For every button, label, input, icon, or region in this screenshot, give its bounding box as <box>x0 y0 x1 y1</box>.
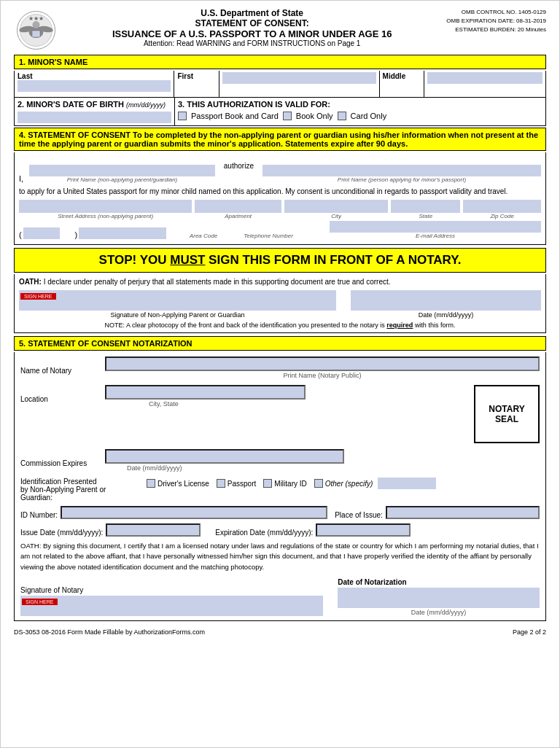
apartment-input[interactable] <box>195 200 281 213</box>
card-only-label: Card Only <box>351 112 387 120</box>
id-number-label: ID Number: <box>20 511 58 519</box>
street-label: Street Address (non-applying parent) <box>19 213 192 219</box>
expiration-date-label: Expiration Date (mm/dd/yyyy): <box>215 529 313 537</box>
print-name-1-input[interactable] <box>29 165 215 176</box>
notary-name-row: Name of Notary Print Name (Notary Public… <box>20 357 540 379</box>
section5-title: 5. STATEMENT OF CONSENT NOTARIZATION <box>19 339 192 348</box>
oath2-text: OATH: By signing this document, I certif… <box>20 541 540 572</box>
id-presented-label: Identification Presented by Non-Applying… <box>20 478 141 502</box>
last-name-input[interactable] <box>18 80 171 92</box>
i-label: I, <box>19 174 23 183</box>
section4-header: 4. STATEMENT OF CONSENT To be completed … <box>14 128 546 151</box>
state-label: State <box>391 213 460 219</box>
passport-label: Passport <box>228 480 256 488</box>
note-required: required <box>386 322 413 329</box>
apply-text: to apply for a United States passport fo… <box>19 187 541 195</box>
location-row: Location City, State NOTARYSEAL <box>20 385 540 443</box>
signature-of-notary-label: Signature of Notary <box>20 586 323 594</box>
issue-date-input[interactable] <box>106 523 201 537</box>
header-seal: ★★★ <box>14 8 58 52</box>
sign-here-btn-1[interactable]: SIGN HERE <box>20 293 56 300</box>
phone-number-label: Telephone Number <box>225 233 312 239</box>
middle-name-input[interactable] <box>427 72 542 84</box>
commission-date-format: Date (mm/dd/yyyy) <box>127 464 540 472</box>
oath-content: I declare under penalty of perjury that … <box>44 278 391 286</box>
section2-3-container: 2. MINOR'S DATE OF BIRTH (mm/dd/yyyy) 3.… <box>14 98 546 126</box>
city-label: City <box>284 213 388 219</box>
paren-left: ( <box>19 230 22 239</box>
omb-expiration: OMB EXPIRATION DATE: 08-31-2019 <box>446 17 546 26</box>
section2-title: 2. MINOR'S DATE OF BIRTH <box>18 100 124 109</box>
oath-section: OATH: I declare under penalty of perjury… <box>14 274 546 333</box>
section3: 3. THIS AUTHORIZATION IS VALID FOR: Pass… <box>175 98 545 125</box>
signature-row: SIGN HERE Signature of Non-Applying Pare… <box>19 290 541 319</box>
id-presented-section: Identification Presented by Non-Applying… <box>20 478 540 502</box>
issuance-title: ISSUANCE OF A U.S. PASSPORT TO A MINOR U… <box>65 28 439 39</box>
other-checkbox[interactable] <box>314 479 323 488</box>
print-name-2-input[interactable] <box>262 165 541 176</box>
notary-name-input[interactable] <box>105 357 540 371</box>
eagle-seal-icon: ★★★ <box>16 10 56 50</box>
first-name-input[interactable] <box>222 72 376 84</box>
svg-point-5 <box>32 21 39 28</box>
section2: 2. MINOR'S DATE OF BIRTH (mm/dd/yyyy) <box>15 98 175 125</box>
phone-input[interactable] <box>79 227 166 239</box>
other-item: Other (specify) <box>314 478 437 489</box>
notarization-date-input[interactable] <box>338 588 540 608</box>
drivers-license-checkbox[interactable] <box>147 479 155 488</box>
address-row: Street Address (non-applying parent) Apa… <box>19 200 541 219</box>
issue-date-label: Issue Date (mm/dd/yyyy): <box>20 529 103 537</box>
other-specify-input[interactable] <box>378 478 436 489</box>
other-label: Other (specify) <box>325 480 373 488</box>
id-number-input[interactable] <box>61 506 327 519</box>
last-label: Last <box>18 72 168 80</box>
commission-date-input[interactable] <box>105 449 344 464</box>
commission-row: Commission Expires Date (mm/dd/yyyy) <box>20 449 540 472</box>
place-of-issue-input[interactable] <box>386 506 540 519</box>
email-input[interactable] <box>330 221 541 233</box>
id-check-row: Driver's License Passport Military ID Ot… <box>147 478 436 489</box>
authorize-word: authorize <box>224 162 254 183</box>
sig-label-1: Signature of Non-Applying Parent or Guar… <box>19 311 336 319</box>
sign-here-btn-2[interactable]: SIGN HERE <box>22 599 58 605</box>
oath-date-input[interactable] <box>351 290 541 311</box>
drivers-license-label: Driver's License <box>158 480 209 488</box>
notary-name-block: Print Name (Notary Public) <box>105 357 540 379</box>
state-input[interactable] <box>391 200 460 213</box>
form-id: DS-3053 08-2016 Form Made Fillable by Au… <box>14 628 205 636</box>
oath-label: OATH: <box>19 278 42 286</box>
expiration-date-input[interactable] <box>316 523 411 537</box>
dob-input[interactable] <box>18 112 171 123</box>
non-applying-sig-block: SIGN HERE Signature of Non-Applying Pare… <box>19 290 336 319</box>
first-name-cell <box>219 71 379 97</box>
drivers-license-item: Driver's License <box>147 479 209 488</box>
middle-name-cell <box>424 71 545 97</box>
notary-seal-box: NOTARYSEAL <box>474 385 540 443</box>
street-address-input[interactable] <box>19 200 192 213</box>
passport-book-card-label: Passport Book and Card <box>191 112 279 120</box>
military-id-checkbox[interactable] <box>263 479 272 488</box>
name-of-notary-label: Name of Notary <box>20 357 101 375</box>
oath-text: OATH: I declare under penalty of perjury… <box>19 278 541 286</box>
passport-checkbox[interactable] <box>217 479 225 488</box>
print-name-1-label: Print Name (non-applying parent/guardian… <box>29 176 215 183</box>
book-only-label: Book Only <box>296 112 333 120</box>
expiration-date-field: Expiration Date (mm/dd/yyyy): <box>215 523 411 537</box>
header: ★★★ U.S. Department of State STATEMENT O… <box>14 8 546 52</box>
zip-label: Zip Code <box>463 213 541 219</box>
notary-sig-block: Signature of Notary SIGN HERE <box>20 586 323 616</box>
notary-sig-container: SIGN HERE <box>20 596 323 616</box>
book-only-checkbox[interactable] <box>283 112 292 120</box>
location-input[interactable] <box>105 385 306 400</box>
section4-title: 4. STATEMENT OF CONSENT <box>19 130 131 139</box>
section1-header: 1. MINOR'S NAME <box>14 55 546 69</box>
zip-input[interactable] <box>463 200 541 213</box>
svg-rect-6 <box>32 31 40 37</box>
area-code-input[interactable] <box>23 227 60 239</box>
middle-label: Middle <box>383 72 406 80</box>
passport-book-card-checkbox[interactable] <box>178 112 187 120</box>
city-input[interactable] <box>284 200 388 213</box>
place-of-issue-label: Place of Issue: <box>335 511 383 519</box>
card-only-checkbox[interactable] <box>338 112 346 120</box>
final-sig-row: Signature of Notary SIGN HERE Date of No… <box>20 578 540 616</box>
